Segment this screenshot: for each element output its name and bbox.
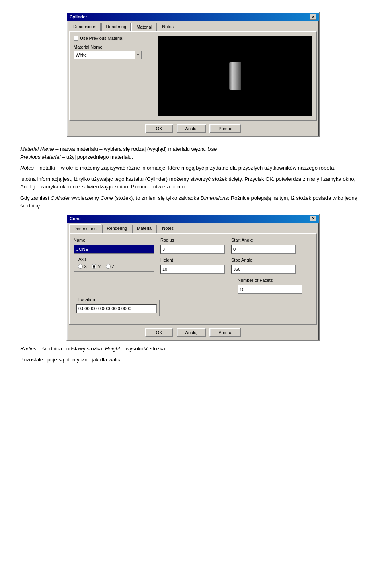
axis-groupbox: Axis X Y Z [74, 260, 154, 272]
start-angle-label: Start Angle [231, 238, 296, 242]
cylinder-title: Cylinder [70, 14, 87, 19]
stop-angle-label: Stop Angle [231, 258, 296, 262]
material-name-term: Material Name [20, 146, 54, 152]
material-name-label: Material Name [74, 45, 154, 49]
cylinder-titlebar: Cylinder ✕ [67, 13, 319, 21]
cone-close-button[interactable]: ✕ [310, 216, 316, 221]
spacer-2 [160, 278, 231, 294]
help-button[interactable]: Pomoc [209, 124, 241, 133]
use-previous-material-checkbox[interactable] [74, 36, 78, 41]
axis-y-radio[interactable] [92, 264, 96, 269]
cone-titlebar: Cone ✕ [67, 215, 319, 223]
axis-group: Axis X Y Z [74, 258, 154, 274]
cone-content: Name Radius Start Angle Axis [69, 233, 317, 325]
height-label: Height [160, 258, 225, 262]
paragraph-3: Istotną informacją jest, iż tylko używaj… [20, 175, 366, 191]
ok-button[interactable]: OK [145, 124, 173, 133]
start-angle-group: Start Angle [231, 238, 296, 254]
cylinder-content: Use Previous Material Material Name Whit… [69, 31, 317, 121]
height-term: Height [105, 346, 120, 352]
footer-paragraph-2: Pozostałe opcje są identyczne jak dla wa… [20, 356, 366, 364]
cone-tab-notes[interactable]: Notes [158, 225, 178, 233]
cone-row-3: Number of Facets [74, 278, 312, 294]
material-name-value: White [74, 52, 134, 58]
cone-ok-button[interactable]: OK [145, 328, 173, 337]
axis-z-item: Z [106, 264, 115, 269]
axis-z-radio[interactable] [106, 264, 111, 269]
footer-text: Radius – średnica podstawy stożka, Heigh… [20, 345, 366, 364]
cone-buttons: OK Anuluj Pomoc [67, 325, 319, 340]
height-group: Height [160, 258, 225, 274]
cone-help-button[interactable]: Pomoc [209, 328, 241, 337]
name-input[interactable] [74, 245, 154, 254]
cylinder-buttons: OK Anuluj Pomoc [67, 121, 319, 136]
paragraph-4: Gdy zamiast Cylinder wybierzemy Cone (st… [20, 194, 366, 210]
axis-x-item: X [78, 264, 87, 269]
facets-group: Number of Facets [238, 278, 302, 294]
dropdown-arrow-button[interactable]: ▼ [134, 51, 142, 59]
axis-z-label: Z [112, 264, 115, 269]
cancel-button[interactable]: Anuluj [177, 124, 207, 133]
location-groupbox: Location [74, 300, 160, 316]
cone-tab-material[interactable]: Material [132, 225, 157, 233]
stop-angle-group: Stop Angle [231, 258, 296, 274]
cylinder-3d-preview [229, 62, 241, 90]
location-row: Location [74, 298, 312, 316]
axis-x-label: X [84, 264, 87, 269]
axis-y-label: Y [98, 264, 101, 269]
facets-label: Number of Facets [238, 278, 302, 283]
radius-label: Radius [160, 238, 225, 242]
axis-label: Axis [77, 257, 88, 262]
cone-dialog: Cone ✕ Dimensions Rendering Material Not… [66, 214, 320, 341]
material-name-dropdown[interactable]: White ▼ [74, 51, 142, 59]
radius-input[interactable] [160, 245, 225, 254]
cone-cancel-button[interactable]: Anuluj [177, 328, 207, 337]
radius-term: Radius [20, 346, 36, 352]
notes-term: Notes [20, 165, 34, 171]
footer-paragraph-1: Radius – średnica podstawy stożka, Heigh… [20, 345, 366, 353]
paragraph-2: Notes – notatki – w oknie możemy zapisyw… [20, 164, 366, 172]
dimensions-term: Dimensions [201, 195, 228, 201]
material-preview [158, 36, 312, 116]
tab-rendering[interactable]: Rendering [101, 23, 131, 31]
location-input[interactable] [76, 304, 157, 313]
height-input[interactable] [160, 265, 225, 274]
cone-tab-dimensions[interactable]: Dimensions [69, 224, 101, 233]
cylinder-left-panel: Use Previous Material Material Name Whit… [74, 36, 154, 116]
name-group: Name [74, 238, 154, 254]
paragraph-1: Material Name – nazwa materiału – wybier… [20, 145, 366, 161]
cone-term: Cone [100, 195, 113, 201]
axis-y-item: Y [92, 264, 101, 269]
facets-input[interactable] [238, 285, 302, 294]
location-label: Location [77, 297, 96, 302]
tab-dimensions[interactable]: Dimensions [69, 23, 101, 31]
tab-material[interactable]: Material [131, 23, 157, 31]
cylinder-close-button[interactable]: ✕ [310, 14, 316, 20]
use-previous-material-row: Use Previous Material [74, 36, 154, 41]
start-angle-input[interactable] [231, 245, 296, 254]
name-label: Name [74, 238, 154, 242]
use-previous-material-label: Use Previous Material [80, 36, 123, 41]
stop-angle-input[interactable] [231, 265, 296, 274]
cone-row-1: Name Radius Start Angle [74, 238, 312, 254]
cone-tab-rendering[interactable]: Rendering [102, 225, 131, 233]
cone-title: Cone [70, 216, 81, 221]
axis-x-radio[interactable] [78, 264, 83, 269]
cylinder-dialog: Cylinder ✕ Dimensions Rendering Material… [66, 12, 320, 137]
cone-tabs: Dimensions Rendering Material Notes [67, 223, 319, 233]
cone-row-2: Axis X Y Z [74, 258, 312, 274]
location-group: Location [74, 298, 160, 316]
axis-radio-row: X Y Z [78, 264, 150, 269]
spacer-1 [74, 278, 154, 294]
cylinder-tabs: Dimensions Rendering Material Notes [67, 21, 319, 31]
body-text-section: Material Name – nazwa materiału – wybier… [20, 145, 366, 210]
cylinder-term: Cylinder [51, 195, 70, 201]
tab-notes[interactable]: Notes [158, 23, 178, 31]
cylinder-body: Use Previous Material Material Name Whit… [74, 36, 312, 116]
radius-group: Radius [160, 238, 225, 254]
